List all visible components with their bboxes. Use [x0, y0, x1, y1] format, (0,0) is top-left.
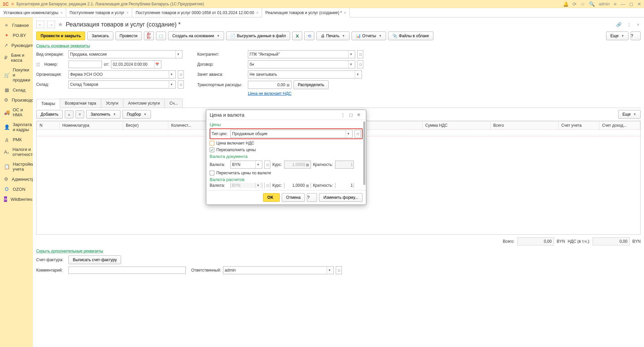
export-file-button[interactable]: 📄Выгрузить данные в файл — [226, 32, 290, 40]
currency-combo[interactable]: BYN▼ — [230, 161, 262, 169]
rate2-input[interactable]: 1,0000▦ — [284, 183, 311, 188]
col-weight[interactable]: Вес(кг) — [123, 121, 168, 130]
user-label[interactable]: admin — [599, 2, 610, 6]
fill-button[interactable]: Заполнить▼ — [86, 110, 120, 119]
help-button[interactable]: ? — [631, 32, 641, 40]
reports-button[interactable]: 📊Отчеты▼ — [352, 32, 386, 40]
price-type-combo[interactable]: Продажные общие▼ — [230, 130, 353, 138]
comment-input[interactable] — [68, 267, 186, 274]
modal-close-button[interactable]: ✕ — [355, 112, 363, 117]
sidebar-manager[interactable]: ↗Руководителю — [0, 40, 33, 50]
scrollbar[interactable] — [363, 121, 365, 185]
nav-forward-button[interactable]: → — [47, 21, 55, 28]
menu-icon[interactable]: ≡ — [11, 2, 14, 6]
vat-mode-link[interactable]: Цена не включает НДС — [248, 91, 291, 96]
modal-help-button[interactable]: ? — [307, 193, 317, 202]
calculator-icon[interactable]: ▦ — [305, 184, 310, 187]
close-icon[interactable]: × — [344, 11, 346, 15]
more-button[interactable]: Еще▼ — [606, 32, 629, 40]
modal-ok-button[interactable]: OK — [263, 193, 280, 202]
print-button[interactable]: 🖨Печать▼ — [316, 32, 349, 40]
distribute-button[interactable]: Распределить — [293, 80, 329, 89]
sidebar-warehouse[interactable]: ▦Склад — [0, 85, 33, 95]
search-icon[interactable]: 🔍 — [589, 1, 595, 7]
add-row-button[interactable]: Добавить — [36, 110, 63, 119]
save-button[interactable]: Записать — [87, 32, 113, 40]
sidebar-assets[interactable]: 🚚ОС и НМА — [0, 105, 33, 120]
pick-button[interactable]: Подбор▼ — [122, 110, 151, 119]
org-combo[interactable]: Фирма УСН ООО▼ — [68, 70, 176, 78]
refill-prices-checkbox[interactable]: ✔ Перезаполнить цены — [210, 147, 363, 153]
open-price-type-button[interactable]: ◻ — [355, 130, 361, 138]
col-n[interactable]: N — [37, 121, 60, 130]
dt-kt-button[interactable]: ДтКт — [144, 32, 154, 40]
chevron-down-icon[interactable]: ▼ — [348, 61, 354, 68]
chevron-down-icon[interactable]: ▼ — [175, 51, 181, 58]
hide-main-link[interactable]: Скрыть основные реквизиты — [36, 43, 641, 49]
date-input[interactable]: 02.03.2024 0:00:00📅 — [111, 60, 161, 68]
col-item[interactable]: Номенклатура — [59, 121, 123, 130]
chevron-down-icon[interactable]: ▼ — [355, 71, 360, 78]
contract-combo[interactable]: бн▼ — [248, 60, 355, 68]
sidebar-tax[interactable]: AₓНалоги и отчетность — [0, 144, 33, 159]
op-type-combo[interactable]: Продажа, комиссия▼ — [68, 50, 182, 58]
mult2-input[interactable]: 1 — [335, 183, 354, 188]
link-icon[interactable]: 🔗 — [615, 22, 623, 27]
tab-agent-services[interactable]: Агентские услуги — [123, 99, 165, 108]
tab-2[interactable]: Поступление товаров и услуг 0000-1658 от… — [132, 8, 262, 17]
col-account[interactable]: Счет учета — [558, 121, 599, 130]
advance-combo[interactable]: Не зачитывать▼ — [248, 70, 362, 78]
excel-button[interactable]: X — [292, 32, 302, 40]
price-includes-vat-checkbox[interactable]: Цена включает НДС — [210, 140, 363, 147]
counterparty-combo[interactable]: ГПК "Янтарный"▼ — [248, 50, 355, 58]
subtoolbar-more-button[interactable]: Еще▼ — [618, 110, 641, 119]
modal-maximize-button[interactable]: ◻ — [347, 112, 355, 117]
open-responsible-button[interactable]: ◻ — [336, 266, 342, 274]
sidebar-sales[interactable]: 🛒Покупки и продажи — [0, 65, 33, 85]
chevron-down-icon[interactable]: ▼ — [255, 161, 261, 168]
settings-icon[interactable]: ≡ — [614, 1, 616, 7]
post-button[interactable]: Провести — [115, 32, 142, 40]
sidebar-wb[interactable]: WWildberries — [0, 194, 33, 204]
tab-3[interactable]: Реализация товаров и услуг (создание) *× — [262, 8, 350, 17]
structure-button[interactable]: ⬚ — [156, 32, 166, 40]
tab-services[interactable]: Услуги — [101, 99, 123, 108]
chevron-down-icon[interactable]: ▼ — [327, 267, 332, 274]
col-sum-vat[interactable]: Сумма НДС — [422, 121, 490, 130]
nav-back-button[interactable]: ← — [36, 21, 44, 28]
sidebar-bank[interactable]: ₽Банк и касса — [0, 50, 33, 65]
move-down-button[interactable]: ▼ — [75, 110, 84, 118]
sidebar-hr[interactable]: 👤Зарплата и кадры — [0, 120, 33, 134]
recalc-by-currency-checkbox[interactable]: Пересчитать цены по валюте — [210, 170, 363, 176]
modal-more-button[interactable]: ⋮ — [339, 112, 347, 117]
move-up-button[interactable]: ▲ — [65, 110, 73, 118]
bell-icon[interactable]: 🔔 — [563, 1, 569, 7]
close-page-icon[interactable]: × — [635, 22, 641, 27]
open-contract-button[interactable]: ◻ — [357, 60, 363, 68]
responsible-combo[interactable]: admin▼ — [223, 266, 334, 274]
cloud-files-button[interactable]: 📎Файлы в облаке — [388, 32, 433, 40]
number-input[interactable] — [68, 61, 102, 68]
sidebar-admin[interactable]: ⚙Администрирование — [0, 174, 33, 184]
warehouse-combo[interactable]: Склад Товаров▼ — [68, 80, 176, 89]
favorite-icon[interactable]: ★ — [58, 21, 63, 28]
open-currency-button[interactable]: ◻ — [264, 161, 270, 169]
create-based-button[interactable]: Создать на основании▼ — [168, 32, 224, 40]
calculator-icon[interactable]: ▦ — [285, 83, 290, 87]
tab-goods[interactable]: Товары — [36, 99, 60, 108]
open-currency2-button[interactable]: ◻ — [264, 183, 270, 188]
close-icon[interactable]: × — [256, 11, 258, 15]
calendar-icon[interactable]: 📅 — [154, 61, 160, 68]
write-invoice-button[interactable]: Выписать счет-фактуру — [68, 255, 121, 264]
modal-cancel-button[interactable]: Отмена — [282, 193, 305, 202]
chevron-down-icon[interactable]: ▼ — [169, 71, 174, 78]
tab-0[interactable]: Установка цен номенклатуры× — [0, 8, 66, 17]
tab-1[interactable]: Поступление товаров и услуг× — [66, 8, 132, 17]
col-income-account[interactable]: Счет доход... — [599, 121, 640, 130]
sidebar-production[interactable]: ⚙Производство — [0, 95, 33, 105]
tab-return-packaging[interactable]: Возвратная тара — [60, 99, 101, 108]
sidebar-acct-settings[interactable]: 📋Настройки учета — [0, 159, 33, 174]
transport-amount-input[interactable]: 0,00▦ — [248, 81, 291, 89]
close-icon[interactable]: × — [60, 11, 62, 15]
open-org-button[interactable]: ◻ — [178, 70, 184, 78]
